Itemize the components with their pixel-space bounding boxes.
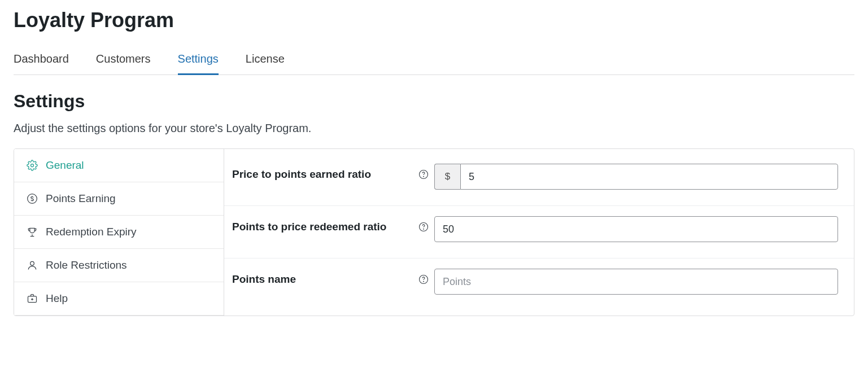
sidebar-item-redemption-expiry[interactable]: Redemption Expiry	[14, 216, 224, 249]
sidebar-item-role-restrictions[interactable]: Role Restrictions	[14, 249, 224, 282]
tabs-nav: Dashboard Customers Settings License	[14, 48, 854, 75]
page-title: Loyalty Program	[14, 8, 854, 32]
tab-settings[interactable]: Settings	[178, 48, 219, 75]
sidebar-item-label: Help	[46, 292, 68, 305]
sidebar-item-label: Role Restrictions	[46, 259, 127, 271]
settings-sidebar: General Points Earning Redemption Expiry…	[14, 149, 224, 316]
section-subtitle: Adjust the settings options for your sto…	[14, 122, 854, 135]
person-icon	[27, 260, 38, 271]
field-label: Points name	[232, 273, 296, 286]
currency-prefix: $	[434, 164, 460, 190]
field-points-name: Points name	[224, 259, 854, 310]
sidebar-item-help[interactable]: Help	[14, 282, 224, 316]
svg-point-2	[30, 261, 34, 265]
tab-license[interactable]: License	[246, 48, 285, 75]
tab-customers[interactable]: Customers	[96, 48, 151, 75]
svg-point-5	[424, 176, 424, 177]
section-title: Settings	[14, 91, 854, 112]
field-points-to-price: Points to price redeemed ratio	[224, 206, 854, 259]
help-icon[interactable]	[418, 222, 429, 232]
points-to-price-input[interactable]	[434, 216, 838, 242]
svg-point-9	[424, 281, 424, 282]
medkit-icon	[27, 293, 38, 304]
help-icon[interactable]	[418, 274, 429, 284]
field-label: Price to points earned ratio	[232, 168, 371, 181]
points-name-input[interactable]	[434, 269, 838, 295]
settings-content: Price to points earned ratio $ Points to…	[224, 149, 854, 316]
field-label: Points to price redeemed ratio	[232, 221, 386, 233]
gear-icon	[27, 160, 38, 171]
help-icon[interactable]	[418, 169, 429, 179]
svg-point-0	[31, 164, 34, 167]
sidebar-item-label: Points Earning	[46, 192, 116, 205]
settings-container: General Points Earning Redemption Expiry…	[14, 148, 854, 316]
sidebar-item-label: Redemption Expiry	[46, 226, 137, 238]
svg-point-7	[424, 229, 424, 229]
price-to-points-input[interactable]	[460, 164, 838, 190]
dollar-circle-icon	[27, 193, 38, 204]
sidebar-item-general[interactable]: General	[14, 149, 224, 182]
sidebar-item-points-earning[interactable]: Points Earning	[14, 182, 224, 216]
sidebar-item-label: General	[46, 159, 84, 172]
field-price-to-points: Price to points earned ratio $	[224, 154, 854, 206]
trophy-icon	[27, 226, 38, 238]
tab-dashboard[interactable]: Dashboard	[14, 48, 69, 75]
